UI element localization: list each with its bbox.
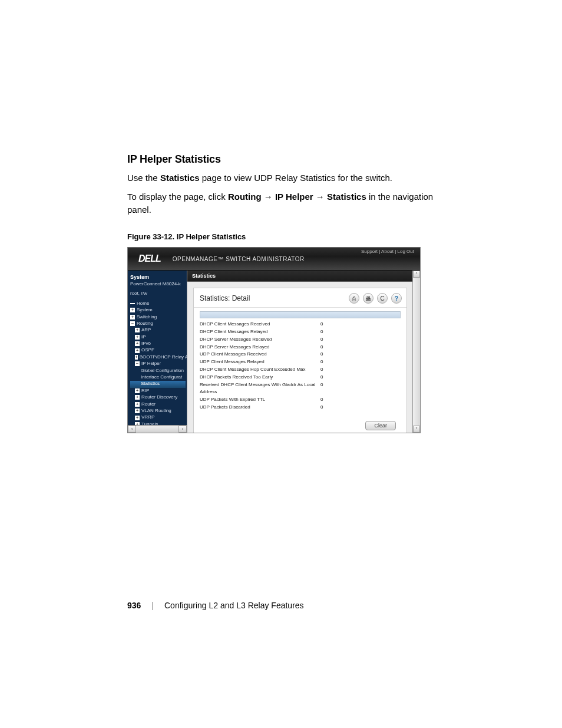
page-number: 936: [127, 601, 141, 610]
stat-label: DHCP Server Messages Relayed: [200, 344, 320, 351]
stat-row: DHCP Server Messages Received0: [200, 336, 401, 344]
breadcrumb: Statistics: [187, 271, 413, 282]
stat-row: DHCP Packets Received Too Early0: [200, 374, 401, 381]
stat-row: UDP Packets Discarded0: [200, 404, 401, 411]
nav-step-iphelper: IP Helper: [275, 192, 313, 202]
nav-tree-item[interactable]: +IP: [130, 334, 187, 341]
stat-value: 0: [320, 374, 332, 381]
nav-tree-item-label: Global Configuration: [141, 368, 184, 374]
nav-tree-item-label: RIP: [141, 388, 149, 394]
nav-tree-item[interactable]: +Switching: [130, 314, 187, 321]
stat-row: UDP Packets With Expired TTL0: [200, 396, 401, 404]
page-footer: 936 | Configuring L2 and L3 Relay Featur…: [127, 601, 304, 610]
scroll-left-icon[interactable]: ‹: [128, 426, 136, 433]
save-icon[interactable]: ⎙: [349, 293, 359, 304]
expand-icon[interactable]: +: [135, 355, 138, 360]
nav-tree-item[interactable]: +IPv6: [130, 341, 187, 347]
sidebar-device-name: PowerConnect M8024-k: [130, 281, 187, 287]
collapse-icon[interactable]: −: [130, 321, 135, 326]
nav-tree-item[interactable]: +VLAN Routing: [130, 408, 187, 414]
stats-body: DHCP Client Messages Received0DHCP Clien…: [194, 308, 406, 414]
print-icon[interactable]: 🖶: [363, 293, 373, 304]
nav-tree-item-label: IP Helper: [141, 361, 161, 367]
nav-tree-item[interactable]: Home: [130, 301, 187, 307]
expand-icon[interactable]: +: [135, 328, 140, 332]
stat-value: 0: [320, 396, 332, 404]
nav-tree-item-label: Home: [137, 301, 149, 307]
stat-label: UDP Packets With Expired TTL: [200, 396, 320, 404]
expand-icon[interactable]: +: [135, 348, 140, 353]
scroll-right-icon[interactable]: ›: [178, 426, 187, 433]
stat-value: 0: [320, 344, 332, 351]
nav-tree-item-label: VLAN Routing: [141, 408, 171, 414]
stat-row: DHCP Client Messages Received0: [200, 321, 401, 328]
sidebar-h-scrollbar[interactable]: ‹ ›: [128, 425, 187, 433]
stat-row: UDP Client Messages Received0: [200, 351, 401, 358]
leaf-icon: [130, 303, 135, 304]
stat-row: UDP Client Messages Relayed0: [200, 358, 401, 366]
expand-icon[interactable]: +: [135, 409, 140, 413]
scroll-down-icon[interactable]: ˅: [413, 426, 420, 433]
stat-value: 0: [320, 381, 332, 397]
stats-header-band: [200, 311, 401, 318]
expand-icon[interactable]: +: [135, 341, 140, 346]
stat-label: DHCP Client Messages Relayed: [200, 328, 320, 336]
nav-tree-item[interactable]: +Router Discovery: [130, 394, 187, 401]
nav-tree-item-label: IP: [141, 334, 146, 340]
footer-separator: |: [151, 601, 154, 610]
nav-step-statistics: Statistics: [327, 192, 366, 202]
scroll-up-icon[interactable]: ˄: [413, 271, 420, 278]
nav-tree-item[interactable]: +RIP: [130, 388, 187, 394]
stat-row: DHCP Client Messages Relayed0: [200, 328, 401, 336]
nav-tree-item-label: Interface Configurat: [141, 374, 182, 380]
stat-value: 0: [320, 351, 332, 358]
nav-tree-item-label: IPv6: [141, 341, 151, 347]
card-header: Statistics: Detail ⎙ 🖶 C ?: [194, 288, 406, 308]
nav-tree-item[interactable]: +System: [130, 307, 187, 314]
nav-tree-item[interactable]: −Routing: [130, 321, 187, 327]
expand-icon[interactable]: +: [130, 308, 135, 312]
nav-tree-item[interactable]: +ARP: [130, 327, 187, 334]
help-icon[interactable]: ?: [391, 293, 402, 304]
refresh-icon[interactable]: C: [377, 293, 388, 304]
expand-icon[interactable]: +: [135, 402, 140, 407]
nav-tree-item-label: VRRP: [141, 414, 154, 420]
nav-tree-item-label: Routing: [137, 321, 153, 327]
nav-tree-item[interactable]: +Router: [130, 401, 187, 408]
collapse-icon[interactable]: −: [135, 361, 140, 366]
main-v-scrollbar[interactable]: ˄ ˅: [412, 271, 420, 433]
stat-value: 0: [320, 321, 332, 328]
card-title: Statistics: Detail: [200, 294, 250, 302]
nav-tree: Home+System+Switching−Routing+ARP+IP+IPv…: [130, 301, 187, 433]
stat-label: DHCP Client Messages Received: [200, 321, 320, 328]
stat-row: DHCP Client Messages Hop Count Exceeded …: [200, 366, 401, 374]
app-topbar: Support | About | Log Out DELL OPENMANAG…: [128, 248, 420, 271]
nav-tree-item[interactable]: +OSPF: [130, 347, 187, 354]
stat-label: DHCP Server Messages Received: [200, 336, 320, 344]
expand-icon[interactable]: +: [135, 388, 140, 393]
expand-icon[interactable]: +: [135, 416, 140, 420]
nav-tree-item-label: BOOTP/DHCP Relay Age: [140, 354, 187, 360]
nav-tree-item-label: OSPF: [141, 347, 154, 353]
nav-tree-item[interactable]: Interface Configurat: [130, 374, 187, 381]
stat-value: 0: [320, 366, 332, 374]
nav-tree-item[interactable]: Global Configuration: [130, 368, 187, 374]
nav-tree-item-label: Router: [141, 401, 156, 407]
text: page to view UDP Relay Statistics for th…: [200, 173, 392, 183]
text-strong: Statistics: [160, 173, 200, 183]
nav-tree-item[interactable]: Statistics: [130, 381, 186, 387]
expand-icon[interactable]: +: [130, 315, 135, 319]
clear-button[interactable]: Clear: [365, 421, 396, 430]
nav-tree-item[interactable]: +VRRP: [130, 414, 187, 421]
nav-tree-item-label: Router Discovery: [141, 394, 177, 400]
app-title: OPENMANAGE™ SWITCH ADMINISTRATOR: [173, 256, 305, 262]
stat-label: UDP Client Messages Relayed: [200, 358, 320, 366]
expand-icon[interactable]: +: [135, 395, 140, 400]
intro-paragraph-1: Use the Statistics page to view UDP Rela…: [127, 172, 435, 185]
nav-tree-item[interactable]: +BOOTP/DHCP Relay Age: [130, 354, 187, 361]
top-links[interactable]: Support | About | Log Out: [361, 249, 414, 254]
stat-row: DHCP Server Messages Relayed0: [200, 344, 401, 351]
nav-tree-item[interactable]: −IP Helper: [130, 361, 187, 367]
screenshot-figure: Support | About | Log Out DELL OPENMANAG…: [127, 247, 421, 433]
expand-icon[interactable]: +: [135, 335, 140, 340]
